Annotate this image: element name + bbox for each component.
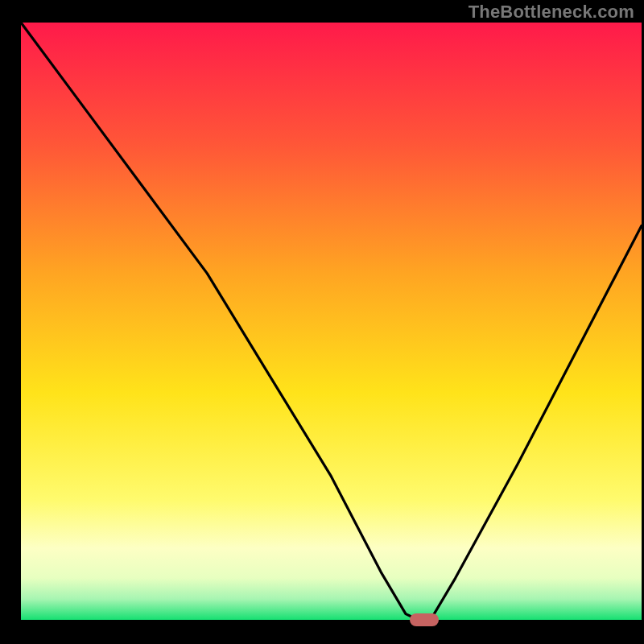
plot-background <box>21 23 642 620</box>
chart-svg <box>0 0 644 644</box>
chart-canvas: TheBottleneck.com <box>0 0 644 644</box>
watermark-text: TheBottleneck.com <box>469 2 634 23</box>
optimal-marker <box>410 613 439 626</box>
